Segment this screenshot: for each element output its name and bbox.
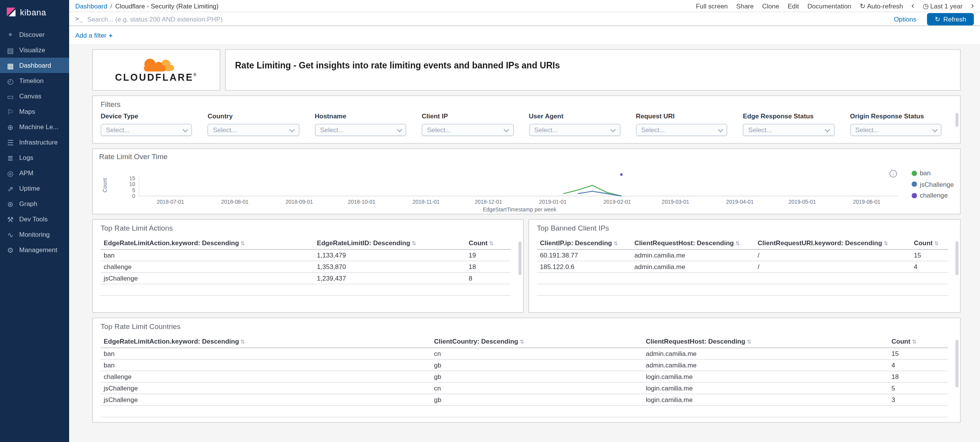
table-cell: 18 [889,371,948,382]
hostname-select[interactable]: Select... [315,124,407,136]
documentation-link[interactable]: Documentation [807,2,851,10]
svg-text:2018-08-01: 2018-08-01 [221,199,249,205]
table-cell: admin.camilia.me [631,249,755,261]
column-header[interactable]: ClientIP.ip: Descending⇅ [537,237,631,249]
clock-icon: ◷ [923,2,929,10]
query-options-link[interactable]: Options [894,15,917,23]
kibana-logo-text: kibana [20,7,46,17]
country-select[interactable]: Select... [208,124,300,136]
filter-device-type: Device TypeSelect... [101,112,192,136]
sidebar-item-logs[interactable]: ≣Logs [0,150,69,165]
clone-button[interactable]: Clone [762,2,779,10]
column-header[interactable]: EdgeRateLimitAction.keyword: Descending⇅ [101,335,431,348]
sidebar-item-monitoring[interactable]: ∿Monitoring [0,227,69,242]
legend-dot-icon [911,181,917,187]
column-header[interactable]: EdgeRateLimitID: Descending⇅ [314,237,465,249]
column-header[interactable]: ClientCountry: Descending⇅ [431,335,643,348]
user-agent-select[interactable]: Select... [529,124,621,136]
table-cell: ban [101,359,431,371]
gear-icon: ⚙ [6,246,15,254]
device-type-select[interactable]: Select... [101,124,192,136]
table-cell: 1,353,870 [314,261,465,273]
table-cell: admin.camilia.me [631,261,755,273]
request-uri-select[interactable]: Select... [636,124,728,136]
svg-text:2019-03-01: 2019-03-01 [662,199,689,205]
column-header[interactable]: ClientRequestURI.keyword: Descending⇅ [755,237,911,249]
column-header[interactable]: Count⇅ [889,335,948,348]
sidebar-item-infrastructure[interactable]: ☰Infrastructure [0,135,69,150]
column-header[interactable]: Count⇅ [466,237,511,249]
svg-text:2018-10-01: 2018-10-01 [348,199,376,205]
legend-toggle-button[interactable]: › [889,170,897,178]
top-banned-client-ips-table: ClientIP.ip: Descending⇅ClientRequestHos… [537,237,948,296]
time-step-forward-button[interactable]: › [971,2,974,10]
filters-panel: Filters Device TypeSelect... CountrySele… [92,95,961,144]
auto-refresh-button[interactable]: ↻Auto-refresh [860,2,903,10]
full-screen-button[interactable]: Full screen [696,2,728,10]
top-rate-limit-countries-table: EdgeRateLimitAction.keyword: Descending⇅… [101,335,948,417]
sidebar-item-visualize[interactable]: ▤Visualize [0,42,69,58]
kibana-logo[interactable]: kibana [0,0,69,26]
table-cell: 60.191.38.77 [537,249,631,261]
table-cell: 15 [911,249,948,261]
breadcrumb-bar: Dashboard / Cloudflare - Security (Rate … [69,0,980,12]
top-rate-limit-actions-panel: Top Rate Limit Actions EdgeRateLimitActi… [92,219,524,313]
sidebar-nav: ⌖Discover ▤Visualize ▦Dashboard ◴Timelio… [0,26,69,258]
sidebar-item-dashboard[interactable]: ▦Dashboard [0,58,69,73]
svg-text:2018-11-01: 2018-11-01 [412,199,440,205]
dashboard-row-1: CLOUDFLARE® Rate Limiting - Get insights… [92,49,961,91]
share-button[interactable]: Share [736,2,753,10]
chevron-down-icon [290,127,295,132]
client-ip-select[interactable]: Select... [422,124,513,136]
sidebar-item-maps[interactable]: ⚐Maps [0,104,69,119]
column-header[interactable]: ClientRequestHost: Descending⇅ [643,335,889,348]
breadcrumb-dashboard-link[interactable]: Dashboard [75,2,107,10]
origin-response-status-select[interactable]: Select... [850,124,942,136]
svg-text:2019-06-01: 2019-06-01 [853,199,881,205]
sidebar-item-timelion[interactable]: ◴Timelion [0,73,69,88]
column-header[interactable]: Count⇅ [911,237,948,249]
sidebar-item-canvas[interactable]: ▭Canvas [0,88,69,104]
table-header-row: ClientIP.ip: Descending⇅ClientRequestHos… [537,237,948,249]
search-input[interactable] [87,15,889,23]
table-panel-title: Top Rate Limit Actions [101,224,515,232]
scrollbar-thumb[interactable] [955,241,958,275]
table-cell: 5 [889,382,948,394]
refresh-button[interactable]: ↻ Refresh [927,13,974,25]
apm-icon: ◎ [6,169,15,177]
legend-label: challenge [920,191,948,199]
table-cell: gb [431,359,643,371]
sidebar-item-machine-learning[interactable]: ⊕Machine Le... [0,119,69,135]
scrollbar-thumb[interactable] [955,113,958,127]
edge-response-status-select[interactable]: Select... [743,124,835,136]
sidebar-item-management[interactable]: ⚙Management [0,242,69,258]
select-value: Select... [427,126,450,134]
table-cell: 8 [466,273,511,284]
table-cell: admin.camilia.me [643,348,889,359]
sidebar-item-dev-tools[interactable]: ⚒Dev Tools [0,211,69,227]
time-step-back-button[interactable]: ‹ [911,2,914,10]
scrollbar-thumb[interactable] [955,340,958,387]
sidebar-item-discover[interactable]: ⌖Discover [0,26,69,42]
edit-button[interactable]: Edit [788,2,799,10]
sidebar-item-apm[interactable]: ◎APM [0,165,69,181]
sidebar-item-uptime[interactable]: ⇗Uptime [0,181,69,196]
legend-dot-icon [911,170,917,176]
legend-item-ban[interactable]: ban [911,169,954,177]
legend-item-challenge[interactable]: challenge [911,191,954,199]
sort-icon: ⇅ [934,241,939,246]
table-cell: login.camilia.me [643,371,889,382]
table-row: ban1,133,47919 [101,249,511,261]
select-value: Select... [106,126,129,134]
column-header[interactable]: EdgeRateLimitAction.keyword: Descending⇅ [101,237,314,249]
scrollbar-thumb[interactable] [518,241,521,275]
pulse-icon: ∿ [6,230,15,239]
add-filter-button[interactable]: Add a filter+ [75,31,113,39]
sidebar-item-label: Monitoring [19,231,50,238]
uptime-icon: ⇗ [6,184,15,193]
legend-item-jschallenge[interactable]: jsChallenge [911,180,954,188]
sidebar-item-label: Graph [19,200,37,208]
column-header[interactable]: ClientRequestHost: Descending⇅ [631,237,755,249]
sidebar-item-graph[interactable]: ⊛Graph [0,196,69,211]
time-picker-button[interactable]: ◷Last 1 year [923,2,963,10]
